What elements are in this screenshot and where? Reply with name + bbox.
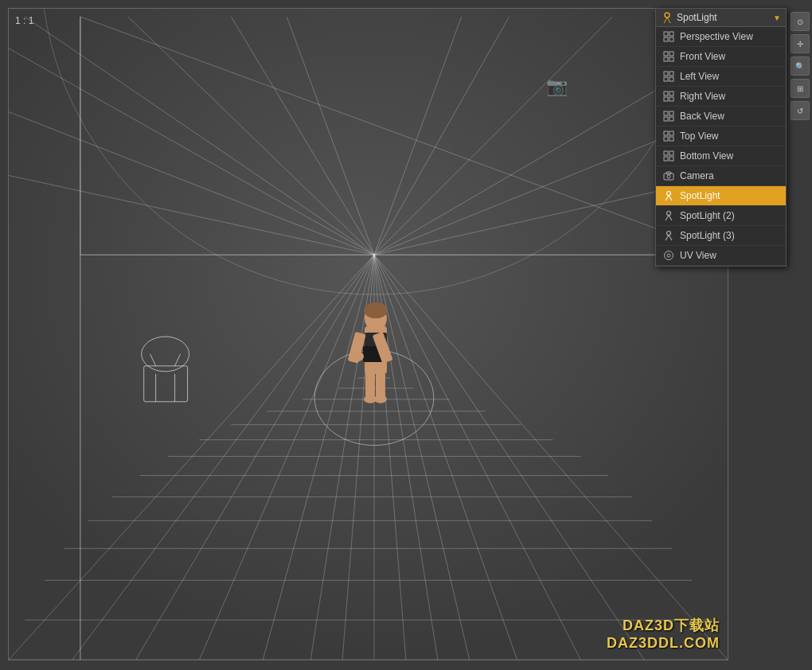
menu-label-right: Right View — [680, 91, 779, 102]
svg-rect-95 — [664, 151, 668, 155]
camera-orbit-button[interactable]: ⊙ — [791, 12, 810, 31]
svg-rect-92 — [670, 131, 673, 135]
grid-icon-left — [662, 70, 675, 83]
svg-line-107 — [669, 216, 672, 221]
svg-line-104 — [669, 196, 672, 201]
svg-point-105 — [667, 212, 671, 216]
menu-item-spotlight2[interactable]: SpotLight (2) — [656, 206, 786, 226]
menu-label-uv: UV View — [680, 250, 779, 261]
svg-point-57 — [364, 302, 388, 318]
menu-label-back: Back View — [680, 111, 779, 122]
menu-item-top[interactable]: Top View — [656, 127, 786, 146]
svg-rect-81 — [664, 77, 668, 81]
svg-rect-72 — [670, 32, 673, 36]
menu-item-right[interactable]: Right View — [656, 87, 786, 107]
menu-label-spotlight3: SpotLight (3) — [680, 230, 779, 241]
svg-rect-77 — [664, 57, 668, 61]
svg-point-108 — [667, 232, 671, 236]
scene-grid: 📷 — [9, 9, 728, 660]
zoom-button[interactable]: 🔍 — [791, 56, 810, 76]
svg-rect-84 — [670, 92, 673, 95]
menu-item-spotlight3[interactable]: SpotLight (3) — [656, 226, 786, 246]
menu-label-spotlight: SpotLight — [680, 190, 779, 201]
svg-rect-82 — [670, 77, 673, 81]
spotlight3-menu-icon — [662, 229, 675, 242]
watermark-line1: DAZ3D下载站 — [607, 616, 720, 635]
grid-icon-perspective — [662, 30, 675, 43]
svg-rect-85 — [664, 97, 668, 101]
menu-item-back[interactable]: Back View — [656, 107, 786, 127]
watermark-line2: DAZ3DDL.COM — [607, 635, 720, 652]
menu-label-spotlight2: SpotLight (2) — [680, 210, 779, 221]
svg-rect-74 — [670, 37, 673, 41]
main-viewport[interactable]: 📷 1 : 1 DAZ3D下载站 DAZ3DDL.COM — [8, 8, 728, 660]
svg-point-112 — [667, 254, 670, 257]
svg-rect-71 — [664, 32, 668, 36]
menu-label-top: Top View — [680, 130, 779, 142]
spotlight-header-icon — [661, 11, 673, 24]
svg-rect-88 — [670, 111, 673, 115]
svg-rect-87 — [664, 111, 668, 115]
grid-icon-back — [662, 110, 675, 123]
svg-rect-79 — [664, 72, 668, 76]
reset-button[interactable]: ↺ — [791, 101, 810, 120]
watermark: DAZ3D下载站 DAZ3DDL.COM — [607, 616, 720, 652]
svg-line-109 — [666, 236, 669, 241]
grid-icon-front — [662, 50, 675, 63]
svg-rect-89 — [664, 117, 668, 121]
svg-line-106 — [666, 216, 669, 221]
svg-line-110 — [669, 236, 672, 241]
svg-point-101 — [667, 175, 670, 178]
camera-menu-icon — [662, 169, 675, 182]
grid-icon-right — [662, 90, 675, 103]
menu-item-spotlight[interactable]: SpotLight — [656, 186, 786, 206]
uv-menu-icon — [662, 249, 675, 262]
svg-line-70 — [667, 18, 670, 23]
spotlight-menu-icon-active — [662, 189, 675, 202]
svg-rect-75 — [664, 52, 668, 56]
menu-item-front[interactable]: Front View — [656, 47, 786, 67]
menu-label-bottom: Bottom View — [680, 150, 779, 162]
menu-item-left[interactable]: Left View — [656, 67, 786, 87]
svg-rect-73 — [664, 37, 668, 41]
svg-rect-94 — [670, 137, 673, 141]
svg-rect-78 — [670, 57, 673, 61]
svg-rect-93 — [664, 137, 668, 141]
menu-item-uv[interactable]: UV View — [656, 246, 786, 266]
svg-line-69 — [664, 18, 667, 23]
grid-icon-bottom — [662, 150, 675, 162]
menu-item-perspective[interactable]: Perspective View — [656, 27, 786, 47]
svg-text:📷: 📷 — [546, 76, 568, 97]
svg-rect-97 — [664, 157, 668, 161]
svg-line-103 — [666, 196, 669, 201]
fit-button[interactable]: ⊞ — [791, 79, 810, 98]
dropdown-arrow-icon: ▼ — [773, 14, 781, 22]
svg-rect-90 — [670, 117, 673, 121]
svg-rect-61 — [376, 362, 385, 398]
menu-label-perspective: Perspective View — [680, 31, 779, 42]
view-dropdown: SpotLight ▼ Perspective View Front View — [655, 8, 787, 267]
menu-item-camera[interactable]: Camera — [656, 166, 786, 186]
menu-item-bottom[interactable]: Bottom View — [656, 146, 786, 166]
svg-rect-86 — [670, 97, 673, 101]
svg-rect-60 — [365, 362, 375, 398]
spotlight2-menu-icon — [662, 209, 675, 222]
svg-rect-91 — [664, 131, 668, 135]
scale-label: 1 : 1 — [15, 15, 33, 26]
grid-icon-top — [662, 130, 675, 142]
dropdown-header-label: SpotLight — [677, 12, 773, 23]
svg-point-111 — [665, 251, 673, 260]
svg-rect-76 — [670, 52, 673, 56]
svg-rect-83 — [664, 92, 668, 95]
svg-rect-80 — [670, 72, 673, 76]
menu-label-camera: Camera — [680, 170, 779, 181]
menu-label-left: Left View — [680, 71, 779, 82]
pan-button[interactable]: ✛ — [791, 34, 810, 53]
svg-point-68 — [665, 13, 670, 18]
svg-point-102 — [667, 192, 671, 196]
svg-point-66 — [353, 352, 364, 361]
svg-rect-96 — [670, 151, 673, 155]
dropdown-header[interactable]: SpotLight ▼ — [656, 9, 786, 27]
menu-label-front: Front View — [680, 51, 779, 62]
right-toolbar: ⊙ ✛ 🔍 ⊞ ↺ — [788, 8, 812, 660]
